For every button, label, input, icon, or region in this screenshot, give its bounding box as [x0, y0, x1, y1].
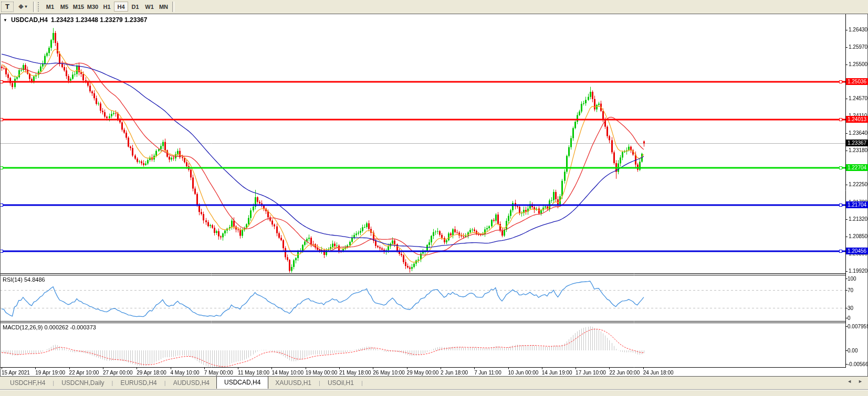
price-level-badge: 1.23367: [846, 140, 868, 146]
symbol-label: USDCAD,H4: [11, 16, 48, 24]
price-level-badge: 1.25036: [846, 78, 868, 85]
timeframe-button-mn[interactable]: MN: [156, 2, 171, 12]
price-level-badge: 1.20456: [846, 248, 868, 254]
chart-tab-eurusd-h4[interactable]: EURUSD,H4: [113, 377, 163, 389]
macd-tick-label: 0.007959: [848, 324, 868, 329]
price-tick-label: 1.23180: [849, 148, 868, 153]
price-tick-label: 1.26430: [849, 27, 868, 33]
price-level-badge: 1.24013: [846, 116, 868, 123]
draw-tool-icon: ❖: [18, 3, 24, 10]
rsi-tick-label: 100: [848, 276, 856, 282]
chart-tab-usoil-h1[interactable]: USOil,H1: [321, 377, 361, 389]
timeframe-button-m15[interactable]: M15: [71, 2, 86, 12]
status-bar: [0, 389, 868, 396]
price-chart-canvas[interactable]: [0, 14, 868, 377]
macd-tick-label: -0.005663: [848, 361, 868, 367]
date-tick-label: 29 May 00:00: [407, 370, 439, 376]
rsi-label: RSI(14) 54.8486: [3, 276, 45, 283]
price-level-badge: 1.21704: [846, 201, 868, 208]
price-tick-label: 1.22250: [849, 182, 868, 187]
date-tick-label: 22 Apr 10:00: [69, 370, 99, 376]
rsi-tick-label: 0: [848, 315, 851, 321]
date-tick-label: 19 May 00:00: [306, 370, 338, 376]
timeframe-button-d1[interactable]: D1: [128, 2, 142, 12]
mt4-terminal: T ❖ ▾ M1M5M15M30H1H4D1W1MN ▼ USDCAD,H4 1…: [0, 0, 868, 396]
date-tick-label: 17 Jun 10:00: [576, 370, 606, 376]
top-toolbar: T ❖ ▾ M1M5M15M30H1H4D1W1MN: [0, 0, 868, 13]
rsi-tick-label: 30: [848, 305, 853, 311]
rsi-tick-label: 70: [848, 287, 853, 293]
draw-tool-button[interactable]: ❖ ▾: [14, 2, 32, 12]
date-tick-label: 22 Jun 00:00: [609, 370, 640, 376]
date-tick-label: 26 May 10:00: [373, 370, 405, 376]
toolbar-grip[interactable]: [38, 2, 41, 12]
date-tick-label: 10 Jun 00:00: [508, 370, 539, 376]
tab-scroll-right-icon[interactable]: ►: [858, 379, 863, 384]
date-tick-label: 7 Jun 11:00: [474, 370, 501, 376]
macd-label: MACD(12,26,9) 0.000262 -0.000373: [3, 324, 96, 330]
timeframe-button-w1[interactable]: W1: [142, 2, 156, 12]
timeframe-button-m1[interactable]: M1: [43, 2, 57, 12]
date-tick-label: 11 May 18:00: [238, 370, 269, 376]
symbol-dropdown-icon[interactable]: ▼: [3, 18, 7, 23]
ohlc-quote: 1.23423 1.23448 1.23279 1.23367: [51, 16, 148, 24]
chart-tab-bar: USDCHF,H4|USDCNH,Daily|EURUSD,H4|AUDUSD,…: [0, 377, 868, 389]
timeframe-button-m5[interactable]: M5: [57, 2, 71, 12]
chart-tab-usdchf-h4[interactable]: USDCHF,H4: [3, 377, 52, 389]
chart-tab-usdcad-h4[interactable]: USDCAD,H4: [216, 376, 268, 389]
chart-tab-audusd-h4[interactable]: AUDUSD,H4: [166, 377, 216, 389]
price-tick-label: 1.20850: [849, 234, 868, 239]
chart-window: ▼ USDCAD,H4 1.23423 1.23448 1.23279 1.23…: [0, 14, 868, 377]
toolbar-separator: [172, 2, 174, 12]
price-tick-label: 1.24570: [849, 96, 868, 101]
timeframe-button-h4[interactable]: H4: [114, 2, 128, 12]
tab-scroll-left-icon[interactable]: ◄: [847, 379, 852, 384]
date-tick-label: 29 Apr 18:00: [137, 370, 166, 376]
date-tick-label: 21 May 18:00: [339, 370, 371, 376]
timeframe-button-m30[interactable]: M30: [86, 2, 100, 12]
toolbar-separator: [33, 2, 35, 12]
chevron-down-icon: ▾: [25, 4, 27, 9]
date-tick-label: 24 Jun 18:00: [643, 370, 674, 376]
price-tick-label: 1.25500: [849, 62, 868, 67]
tab-separator: |: [361, 380, 363, 386]
chart-ohlc-header: ▼ USDCAD,H4 1.23423 1.23448 1.23279 1.23…: [3, 16, 147, 24]
date-tick-label: 7 May 00:00: [204, 370, 233, 376]
timeframe-button-h1[interactable]: H1: [100, 2, 114, 12]
price-tick-label: 1.19920: [849, 269, 868, 274]
date-tick-label: 15 Apr 2021: [2, 370, 30, 376]
price-level-badge: 1.22704: [846, 164, 868, 171]
date-tick-label: 19 Apr 19:00: [35, 370, 65, 376]
chart-tab-xauusd-h1[interactable]: XAUUSD,H1: [268, 377, 318, 389]
date-tick-label: 14 Jun 19:00: [542, 370, 572, 376]
text-tool-button[interactable]: T: [1, 2, 14, 12]
date-tick-label: 2 Jun 18:00: [441, 370, 468, 376]
macd-tick-label: 0.00: [848, 348, 857, 354]
price-tick-label: 1.23640: [849, 131, 868, 136]
chart-tab-usdcnh-daily[interactable]: USDCNH,Daily: [55, 377, 111, 389]
price-tick-label: 1.25970: [849, 45, 868, 50]
date-tick-label: 14 May 10:00: [271, 370, 304, 376]
timeframe-button-group: M1M5M15M30H1H4D1W1MN: [43, 0, 171, 13]
date-tick-label: 27 Apr 00:00: [103, 370, 133, 376]
date-tick-label: 4 May 10:00: [171, 370, 200, 376]
price-tick-label: 1.21320: [849, 217, 868, 222]
